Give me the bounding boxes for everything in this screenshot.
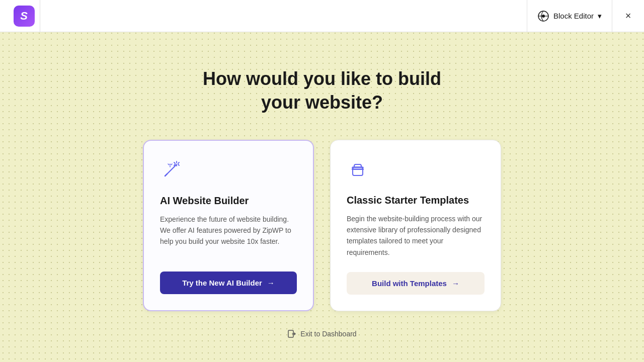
- ai-card-title: AI Website Builder: [160, 195, 297, 207]
- template-icon: [347, 158, 485, 183]
- main-content: How would you like to build your website…: [0, 32, 644, 311]
- try-ai-builder-button[interactable]: Try the New AI Builder →: [160, 272, 297, 294]
- header: S Block Editor ▾ ×: [0, 0, 644, 32]
- templates-card-title: Classic Starter Templates: [347, 195, 485, 206]
- try-ai-builder-label: Try the New AI Builder: [182, 279, 262, 287]
- classic-templates-card: Classic Starter Templates Begin the webs…: [330, 140, 501, 312]
- arrow-right-icon-2: →: [452, 279, 459, 288]
- ai-wand-icon: [160, 159, 297, 183]
- block-editor-button[interactable]: Block Editor ▾: [527, 0, 612, 32]
- logo-icon: S: [14, 6, 35, 27]
- templates-card-description: Begin the website-building process with …: [347, 213, 485, 258]
- close-icon: ×: [625, 10, 631, 22]
- headline-line2: your website?: [261, 92, 383, 113]
- arrow-right-icon: →: [267, 279, 275, 287]
- logo-area: S: [0, 0, 40, 32]
- exit-icon: [287, 329, 296, 338]
- build-with-templates-label: Build with Templates: [372, 279, 447, 288]
- page-headline: How would you like to build your website…: [203, 67, 441, 115]
- ai-card-description: Experience the future of website buildin…: [160, 214, 297, 258]
- block-editor-label: Block Editor: [553, 12, 594, 20]
- exit-label: Exit to Dashboard: [300, 330, 356, 338]
- header-right: Block Editor ▾ ×: [527, 0, 644, 32]
- wordpress-icon: [537, 10, 549, 22]
- cards-container: AI Website Builder Experience the future…: [143, 140, 501, 312]
- headline-line1: How would you like to build: [203, 68, 441, 89]
- ai-builder-card: AI Website Builder Experience the future…: [143, 140, 314, 312]
- build-with-templates-button[interactable]: Build with Templates →: [347, 272, 485, 295]
- exit-dashboard-link[interactable]: Exit to Dashboard: [0, 329, 644, 338]
- close-button[interactable]: ×: [612, 0, 644, 32]
- chevron-down-icon: ▾: [598, 12, 602, 21]
